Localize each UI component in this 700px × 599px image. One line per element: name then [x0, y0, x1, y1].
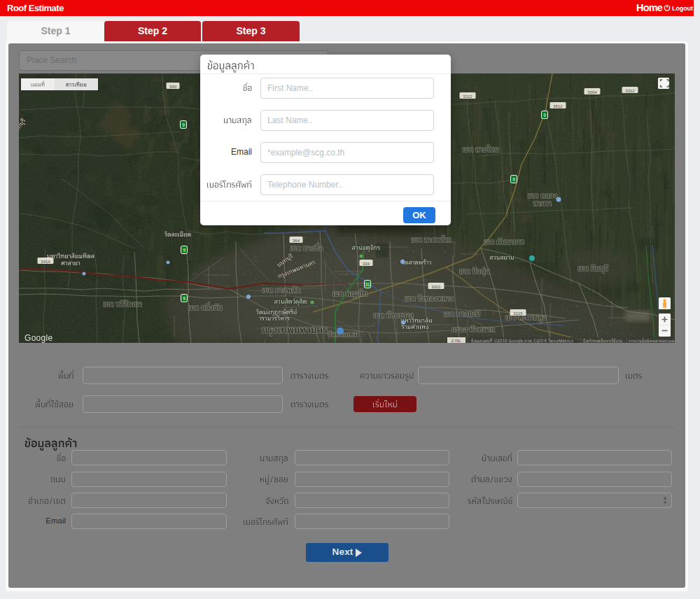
svg-text:3004: 3004 — [587, 90, 597, 94]
svg-text:3414: 3414 — [41, 260, 50, 264]
svg-text:9: 9 — [182, 122, 185, 127]
svg-text:3512: 3512 — [553, 104, 563, 108]
svg-text:3312: 3312 — [463, 94, 472, 99]
svg-text:2 กม.: 2 กม. — [451, 339, 462, 343]
svg-text:9: 9 — [183, 248, 186, 253]
svg-text:340: 340 — [169, 85, 177, 89]
svg-text:Google: Google — [24, 333, 53, 343]
svg-text:364: 364 — [293, 239, 300, 243]
svg-text:9: 9 — [183, 296, 186, 301]
svg-text:3312: 3312 — [625, 89, 635, 93]
svg-text:31: 31 — [365, 282, 370, 287]
svg-text:9: 9 — [512, 177, 515, 182]
svg-text:3215: 3215 — [513, 311, 523, 316]
svg-text:9: 9 — [543, 113, 546, 118]
svg-text:334: 334 — [363, 262, 370, 266]
svg-text:3021: 3021 — [431, 285, 441, 289]
